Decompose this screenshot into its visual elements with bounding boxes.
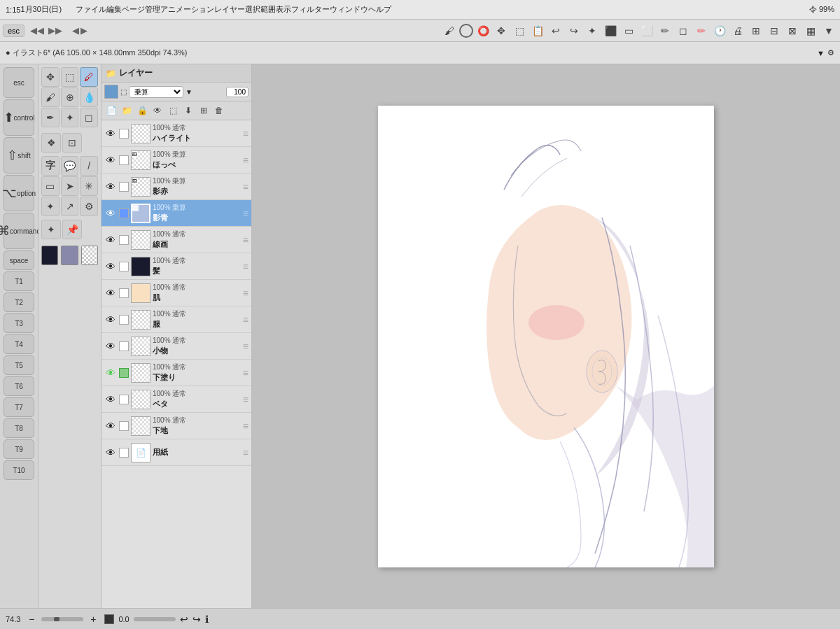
nav-arrow-left[interactable]: ◀	[72, 25, 79, 36]
layer-checkbox[interactable]	[119, 315, 129, 325]
tool-arrow[interactable]: ➤	[61, 176, 79, 196]
key-t7[interactable]: T7	[4, 397, 34, 417]
tool-pen-icon[interactable]: ✏	[657, 22, 673, 39]
tool-ruler[interactable]: /	[80, 156, 98, 176]
menu-filter[interactable]: フィルター	[291, 4, 330, 15]
menu-file[interactable]: ファイル	[76, 4, 106, 15]
tool-copy-icon[interactable]: ⬚	[511, 22, 528, 39]
undo-btn[interactable]: ↩	[180, 614, 188, 625]
tool-grid2-icon[interactable]: ⊟	[766, 22, 783, 39]
layer-eye-icon[interactable]: 👁	[104, 314, 117, 325]
tool-select-icon[interactable]: ⬜	[638, 22, 655, 39]
canvas-paper[interactable]	[378, 106, 714, 567]
menu-animation[interactable]: アニメーション	[160, 4, 214, 15]
tool-fill-icon[interactable]: ⬛	[602, 22, 619, 39]
tool-rect-icon[interactable]: ▭	[620, 22, 637, 39]
tool-clock-icon[interactable]: 🕐	[711, 22, 728, 39]
zoom-track[interactable]	[41, 617, 83, 621]
key-command[interactable]: ⌘ command	[4, 213, 34, 249]
key-t6[interactable]: T6	[4, 376, 34, 396]
tool-sparkle-icon[interactable]: ✦	[584, 22, 601, 39]
layer-checkbox[interactable]	[119, 448, 129, 458]
layer-checkbox[interactable]	[119, 235, 129, 245]
key-esc[interactable]: esc	[4, 67, 34, 98]
layer-item[interactable]: 👁 100% 通常 小物 ≡	[102, 333, 251, 360]
forward-icon[interactable]: ▶▶	[48, 25, 62, 36]
settings-icon[interactable]: ⚙	[827, 48, 834, 57]
tool-rect-shape[interactable]: ▭	[41, 176, 59, 196]
tool-redo-icon[interactable]: ↪	[566, 22, 582, 39]
tool-paste-icon[interactable]: 📋	[529, 22, 546, 39]
menu-edit[interactable]: 編集	[106, 4, 122, 15]
color-square[interactable]	[104, 614, 114, 624]
key-shift[interactable]: ⇧ shift	[4, 137, 34, 174]
tool-select-rect[interactable]: ⬚	[61, 67, 79, 87]
esc-button[interactable]: esc	[3, 24, 24, 37]
tool-curve[interactable]: ↗	[61, 197, 79, 216]
layer-eye-icon[interactable]: 👁	[104, 181, 117, 192]
tool-bubble[interactable]: 💬	[61, 156, 79, 176]
tool-sunburst[interactable]: ✳	[80, 176, 98, 196]
layer-eye-icon[interactable]: 👁	[104, 128, 117, 139]
tool-star[interactable]: ✦	[61, 108, 79, 127]
tool-blur[interactable]: 💧	[80, 87, 98, 107]
layer-item[interactable]: 👁 100% 通常 髪 ≡	[102, 253, 251, 280]
new-group-icon[interactable]: 📁	[120, 104, 134, 118]
layer-eye-icon[interactable]: 👁	[104, 208, 117, 219]
key-t2[interactable]: T2	[4, 292, 34, 312]
layer-item[interactable]: 👁 📄 用紙 ≡	[102, 439, 251, 466]
blend-mode-select[interactable]: 乗算 通常 スクリーン	[129, 86, 183, 98]
key-t1[interactable]: T1	[4, 271, 34, 291]
layer-color-box[interactable]	[104, 85, 118, 99]
foreground-color[interactable]	[41, 246, 58, 265]
layer-checkbox[interactable]	[119, 421, 129, 431]
layer-eye-icon[interactable]: 👁	[104, 288, 117, 299]
layer-checkbox[interactable]	[119, 368, 129, 378]
tool-text[interactable]: 字	[41, 156, 59, 176]
tool-lasso-icon[interactable]: ⭕	[475, 22, 491, 39]
transparent-swatch[interactable]	[81, 246, 98, 265]
expand-icon[interactable]: ▼	[817, 49, 825, 57]
opacity-input[interactable]	[226, 87, 248, 97]
key-t5[interactable]: T5	[4, 355, 34, 375]
redo-btn[interactable]: ↪	[192, 614, 201, 625]
key-option[interactable]: ⌥ option	[4, 175, 34, 211]
tool-move[interactable]: ✥	[41, 67, 59, 87]
layer-eye-icon[interactable]: 👁	[104, 394, 117, 405]
tool-circle-icon[interactable]	[459, 24, 473, 38]
canvas-viewport[interactable]	[252, 64, 840, 608]
key-t10[interactable]: T10	[4, 460, 34, 480]
layer-eye-icon[interactable]: 👁	[104, 261, 117, 272]
tool-nav-cross[interactable]: ❖	[41, 133, 61, 153]
layer-eye-icon[interactable]: 👁	[104, 234, 117, 246]
menu-help[interactable]: ヘルプ	[368, 4, 391, 15]
tool-pencil-icon[interactable]: ✏	[693, 22, 710, 39]
layer-item[interactable]: 👁 100% 通常 服 ≡	[102, 306, 251, 333]
menu-layer[interactable]: レイヤー	[214, 4, 245, 15]
layer-grid-icon[interactable]: ⊞	[197, 104, 211, 118]
layer-checkbox[interactable]	[119, 341, 129, 351]
layer-eye-icon[interactable]: 👁	[104, 420, 117, 432]
tool-pen-active[interactable]: 🖊	[80, 67, 98, 87]
layer-checkbox[interactable]	[119, 155, 129, 165]
menu-select[interactable]: 選択範囲	[245, 4, 276, 15]
menu-window[interactable]: ウィンドウ	[330, 4, 368, 15]
layer-eye-icon[interactable]: 👁	[104, 341, 117, 352]
tool-more-icon[interactable]: ▼	[820, 22, 837, 39]
angle-slider[interactable]	[134, 617, 176, 621]
tool-node[interactable]: ✦	[41, 197, 59, 216]
tool-pen2[interactable]: ✒	[41, 108, 59, 127]
nav-arrow-right[interactable]: ▶	[80, 25, 88, 36]
layer-eye-icon[interactable]: 👁	[104, 447, 117, 458]
merge-icon[interactable]: ⬇	[181, 104, 195, 118]
layer-checkbox[interactable]	[119, 209, 129, 218]
key-t9[interactable]: T9	[4, 439, 34, 459]
layer-checkbox[interactable]	[119, 182, 129, 192]
layer-item[interactable]: 👁 100% 通常 下塗り ≡	[102, 360, 251, 386]
tool-brush[interactable]: 🖌	[41, 87, 59, 107]
menu-view[interactable]: 表示	[276, 4, 291, 15]
eye-off-icon[interactable]: 👁	[150, 104, 164, 118]
key-control[interactable]: ⬆ control	[4, 99, 34, 136]
tool-eraser-icon[interactable]: ◻	[675, 22, 692, 39]
new-layer-icon[interactable]: 📄	[104, 104, 118, 118]
